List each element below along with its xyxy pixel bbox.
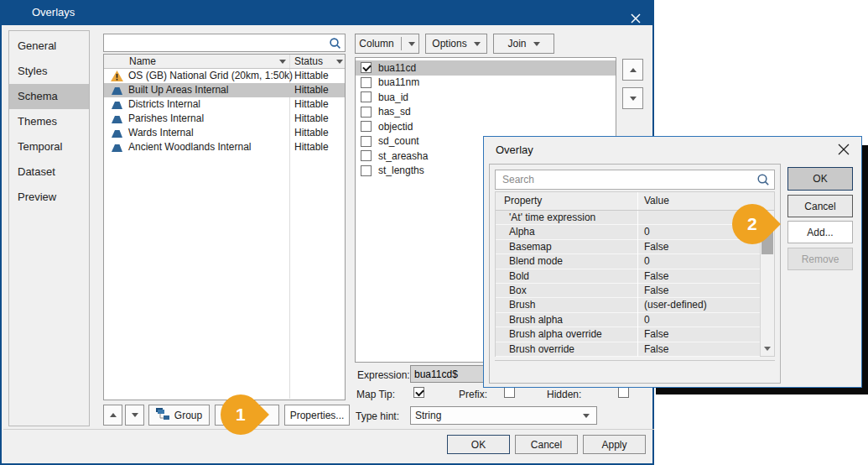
property-row[interactable]: Blend mode0 xyxy=(496,254,760,269)
property-row[interactable]: Brush overrideFalse xyxy=(496,342,760,357)
sidebar-item-dataset[interactable]: Dataset xyxy=(9,159,89,185)
property-row[interactable]: Alpha0 xyxy=(496,225,760,239)
type-hint-select[interactable]: String xyxy=(410,406,597,425)
column-split-button[interactable]: Column xyxy=(355,34,419,54)
column-divider xyxy=(637,269,638,284)
properties-button[interactable]: Properties... xyxy=(284,405,350,426)
property-name: Brush override xyxy=(509,343,574,355)
field-row[interactable]: bua11nm xyxy=(356,76,616,91)
map-tip-label: Map Tip: xyxy=(356,389,395,400)
property-name: Alpha xyxy=(509,226,535,238)
column-divider xyxy=(637,284,638,298)
hidden-checkbox[interactable] xyxy=(618,387,629,398)
column-header-name[interactable]: Name xyxy=(129,55,156,67)
overlay-row[interactable]: OS (GB) National Grid (20km, 1:50k)Hitta… xyxy=(104,69,345,83)
field-checkbox[interactable] xyxy=(361,62,372,73)
field-label: bua_id xyxy=(378,91,408,103)
status-filter-arrow-icon[interactable] xyxy=(336,60,343,64)
field-label: bua11cd xyxy=(378,62,416,74)
cancel-button-label: Cancel xyxy=(531,439,562,451)
overlay-properties-dialog: Overlay Property Value 'At' time express… xyxy=(483,136,862,388)
options-button[interactable]: Options xyxy=(425,34,487,54)
column-divider xyxy=(637,313,638,327)
column-divider xyxy=(637,240,638,254)
property-value: False xyxy=(644,285,668,296)
field-label: sd_count xyxy=(378,135,419,147)
value-column-header[interactable]: Value xyxy=(644,195,669,206)
field-checkbox[interactable] xyxy=(361,121,372,132)
sidebar: GeneralStylesSchemaThemesTemporalDataset… xyxy=(8,30,90,426)
options-button-label: Options xyxy=(432,38,466,50)
overlay-row[interactable]: Parishes InternalHittable xyxy=(104,112,345,126)
field-label: bua11nm xyxy=(378,76,419,88)
sidebar-item-themes[interactable]: Themes xyxy=(9,109,89,134)
field-move-down-button[interactable] xyxy=(622,87,643,109)
overlay-name: Ancient Woodlands Internal xyxy=(128,140,252,154)
sidebar-item-preview[interactable]: Preview xyxy=(9,185,89,210)
group-button[interactable]: Group xyxy=(148,405,210,426)
popup-ok-button[interactable]: OK xyxy=(787,167,853,191)
property-row[interactable]: BoldFalse xyxy=(496,269,760,284)
name-filter-arrow-icon[interactable] xyxy=(279,60,286,64)
overlay-status: Hittable xyxy=(294,69,329,83)
cancel-button[interactable]: Cancel xyxy=(515,435,578,454)
field-row[interactable]: has_sd xyxy=(356,105,616,120)
move-up-button[interactable] xyxy=(103,405,122,426)
property-row[interactable]: BoxFalse xyxy=(496,284,760,298)
field-checkbox[interactable] xyxy=(361,136,372,147)
overlay-rows: OS (GB) National Grid (20km, 1:50k)Hitta… xyxy=(104,69,345,154)
overlay-row[interactable]: Wards InternalHittable xyxy=(104,126,345,140)
popup-cancel-button[interactable]: Cancel xyxy=(787,195,853,217)
column-divider xyxy=(637,298,638,312)
property-row[interactable]: Brush alpha0 xyxy=(496,313,760,327)
field-checkbox[interactable] xyxy=(361,77,372,88)
field-checkbox[interactable] xyxy=(361,150,372,161)
column-divider xyxy=(289,55,290,68)
overlay-row[interactable]: Ancient Woodlands InternalHittable xyxy=(104,140,345,154)
popup-remove-button[interactable]: Remove xyxy=(787,248,853,270)
map-tip-checkbox[interactable] xyxy=(413,387,424,398)
field-label: st_lengths xyxy=(378,165,424,176)
overlay-row[interactable]: Districts InternalHittable xyxy=(104,97,345,112)
field-move-up-button[interactable] xyxy=(622,59,643,81)
chevron-down-icon xyxy=(533,42,540,46)
property-name: Brush alpha override xyxy=(509,328,602,340)
join-button[interactable]: Join xyxy=(493,34,554,54)
property-row[interactable]: 'At' time expression xyxy=(496,211,760,225)
overlay-status: Hittable xyxy=(294,97,329,112)
field-checkbox[interactable] xyxy=(361,165,372,176)
property-row[interactable]: Brush(user-defined) xyxy=(496,298,760,312)
field-checkbox[interactable] xyxy=(361,91,372,102)
popup-cancel-label: Cancel xyxy=(804,201,835,212)
hidden-label: Hidden: xyxy=(547,389,581,400)
property-row[interactable]: BasemapFalse xyxy=(496,240,760,254)
close-icon[interactable] xyxy=(631,8,642,19)
ok-button[interactable]: OK xyxy=(447,435,510,454)
popup-add-button[interactable]: Add... xyxy=(787,221,853,243)
sidebar-item-styles[interactable]: Styles xyxy=(9,59,89,84)
property-rows: 'At' time expressionAlpha0BasemapFalseBl… xyxy=(496,211,760,356)
popup-search-input[interactable] xyxy=(495,170,775,190)
group-icon xyxy=(156,408,169,422)
field-row[interactable]: objectid xyxy=(356,119,616,134)
prefix-checkbox[interactable] xyxy=(504,387,515,398)
field-checkbox[interactable] xyxy=(361,107,372,118)
sidebar-item-general[interactable]: General xyxy=(9,34,89,59)
field-row[interactable]: bua11cd xyxy=(356,60,616,76)
property-value: False xyxy=(644,328,668,340)
move-down-button[interactable] xyxy=(125,405,144,426)
sidebar-item-schema[interactable]: Schema xyxy=(9,84,89,109)
property-column-header[interactable]: Property xyxy=(504,195,542,206)
field-row[interactable]: bua_id xyxy=(356,90,616,105)
overlay-search-input[interactable] xyxy=(104,34,345,51)
field-label: has_sd xyxy=(378,106,411,118)
popup-ok-label: OK xyxy=(813,173,827,185)
sidebar-item-temporal[interactable]: Temporal xyxy=(9,134,89,159)
close-icon[interactable] xyxy=(838,144,850,156)
overlay-row[interactable]: Built Up Areas InternalHittable xyxy=(104,83,345,97)
column-header-status[interactable]: Status xyxy=(294,55,323,67)
property-row[interactable]: Brush alpha overrideFalse xyxy=(496,327,760,342)
scrollbar-down-icon[interactable] xyxy=(761,342,774,356)
property-value: False xyxy=(644,241,668,253)
apply-button[interactable]: Apply xyxy=(583,435,646,454)
